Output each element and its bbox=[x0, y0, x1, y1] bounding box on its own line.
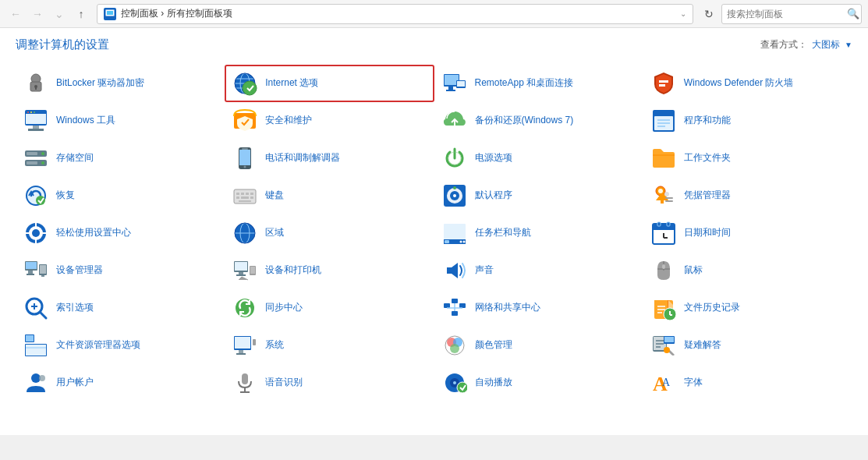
svg-rect-127 bbox=[26, 335, 34, 341]
search-input[interactable] bbox=[727, 9, 844, 19]
item-security-maint[interactable]: 安全和维护 bbox=[225, 102, 434, 140]
item-power-options[interactable]: 电源选项 bbox=[434, 140, 643, 177]
storage-spaces-label: 存储空间 bbox=[56, 152, 94, 165]
item-sync-center[interactable]: 同步中心 bbox=[225, 289, 434, 327]
security-maint-label: 安全和维护 bbox=[265, 115, 312, 127]
item-bitlocker[interactable]: BitLocker 驱动器加密 bbox=[16, 65, 225, 102]
svg-rect-44 bbox=[239, 150, 250, 165]
item-user-accounts[interactable]: 用户帐户 bbox=[16, 364, 225, 402]
item-storage-spaces[interactable]: 存储空间 bbox=[16, 140, 225, 177]
search-bar[interactable]: 🔍 bbox=[721, 4, 862, 24]
svg-rect-56 bbox=[241, 196, 249, 199]
item-credentials[interactable]: 凭据管理器 bbox=[643, 177, 852, 214]
svg-rect-150 bbox=[242, 373, 248, 384]
svg-rect-53 bbox=[246, 193, 249, 195]
svg-point-71 bbox=[32, 229, 40, 237]
phone-modem-icon bbox=[232, 146, 257, 171]
item-file-explorer-opts[interactable]: 文件资源管理器选项 bbox=[16, 327, 225, 364]
svg-rect-88 bbox=[667, 222, 670, 226]
svg-rect-92 bbox=[26, 262, 37, 269]
bitlocker-icon bbox=[23, 71, 48, 96]
item-recovery[interactable]: 恢复 bbox=[16, 177, 225, 214]
svg-rect-94 bbox=[27, 274, 34, 275]
svg-point-25 bbox=[30, 111, 32, 113]
storage-spaces-icon bbox=[23, 146, 48, 171]
item-phone-modem[interactable]: 电话和调制解调器 bbox=[225, 140, 434, 177]
svg-rect-27 bbox=[33, 126, 39, 129]
svg-point-156 bbox=[457, 382, 467, 393]
item-troubleshoot[interactable]: 疑难解答 bbox=[643, 327, 852, 364]
item-datetime[interactable]: 日期和时间 bbox=[643, 214, 852, 252]
backup-restore-label: 备份和还原(Windows 7) bbox=[475, 115, 574, 127]
view-value[interactable]: 大图标 bbox=[812, 38, 840, 51]
svg-rect-19 bbox=[659, 80, 668, 83]
view-control[interactable]: 查看方式： 大图标 ▼ bbox=[760, 38, 852, 51]
color-mgmt-icon bbox=[442, 333, 467, 358]
item-mouse[interactable]: 鼠标 bbox=[643, 252, 852, 289]
up-button[interactable]: ↑ bbox=[72, 5, 90, 23]
bitlocker-label: BitLocker 驱动器加密 bbox=[56, 77, 144, 90]
view-label: 查看方式： bbox=[760, 38, 807, 51]
svg-rect-129 bbox=[26, 345, 46, 356]
ease-access-label: 轻松使用设置中心 bbox=[56, 227, 131, 239]
item-sound[interactable]: 声音 bbox=[434, 252, 643, 289]
user-accounts-icon bbox=[23, 370, 48, 395]
forward-button[interactable]: → bbox=[28, 5, 47, 23]
devices-printers-icon bbox=[232, 258, 257, 283]
svg-rect-18 bbox=[457, 81, 465, 87]
item-region[interactable]: 区域 bbox=[225, 214, 434, 252]
svg-point-149 bbox=[39, 375, 45, 381]
programs-features-label: 程序和功能 bbox=[684, 115, 731, 127]
svg-point-147 bbox=[664, 347, 670, 353]
svg-rect-28 bbox=[28, 129, 44, 131]
svg-rect-15 bbox=[448, 87, 453, 90]
power-options-icon bbox=[442, 146, 467, 171]
item-internet-options[interactable]: Internet 选项 bbox=[225, 65, 434, 102]
indexing-icon bbox=[23, 295, 48, 320]
item-system[interactable]: 系统 bbox=[225, 327, 434, 364]
svg-rect-67 bbox=[665, 200, 673, 202]
item-backup-restore[interactable]: 备份和还原(Windows 7) bbox=[434, 102, 643, 140]
item-devices-printers[interactable]: 设备和打印机 bbox=[225, 252, 434, 289]
item-windows-tools[interactable]: Windows 工具 bbox=[16, 102, 225, 140]
svg-text:A: A bbox=[662, 377, 671, 388]
item-keyboard[interactable]: 键盘 bbox=[225, 177, 434, 214]
ease-access-icon bbox=[23, 221, 48, 246]
item-ease-access[interactable]: 轻松使用设置中心 bbox=[16, 214, 225, 252]
item-work-folders[interactable]: 工作文件夹 bbox=[643, 140, 852, 177]
down-button[interactable]: ⌄ bbox=[50, 5, 69, 23]
taskbar-nav-icon bbox=[442, 221, 467, 246]
svg-rect-55 bbox=[236, 196, 239, 199]
default-programs-label: 默认程序 bbox=[475, 189, 512, 202]
mouse-icon bbox=[651, 258, 676, 283]
item-device-manager[interactable]: 设备管理器 bbox=[16, 252, 225, 289]
content-area: 调整计算机的设置 查看方式： 大图标 ▼ BitLocker 驱动器加密 Int… bbox=[0, 28, 868, 435]
item-network-sharing[interactable]: 网络和共享中心 bbox=[434, 289, 643, 327]
back-button[interactable]: ← bbox=[6, 5, 25, 23]
item-autoplay[interactable]: 自动播放 bbox=[434, 364, 643, 402]
system-icon bbox=[232, 333, 257, 358]
address-icon bbox=[104, 8, 116, 20]
programs-features-icon bbox=[651, 108, 676, 133]
refresh-button[interactable]: ↻ bbox=[700, 5, 718, 23]
svg-rect-86 bbox=[653, 224, 675, 230]
svg-rect-46 bbox=[242, 148, 248, 150]
internet-options-icon bbox=[232, 71, 257, 96]
svg-rect-134 bbox=[236, 353, 246, 355]
item-default-programs[interactable]: 默认程序 bbox=[434, 177, 643, 214]
item-fonts[interactable]: A A 字体 bbox=[643, 364, 852, 402]
address-bar[interactable]: 控制面板 › 所有控制面板项 ⌄ bbox=[97, 4, 693, 24]
item-color-mgmt[interactable]: 颜色管理 bbox=[434, 327, 643, 364]
item-file-history[interactable]: 文件历史记录 bbox=[643, 289, 852, 327]
item-programs-features[interactable]: 程序和功能 bbox=[643, 102, 852, 140]
svg-rect-82 bbox=[445, 240, 449, 243]
item-indexing[interactable]: 索引选项 bbox=[16, 289, 225, 327]
item-windows-defender[interactable]: Windows Defender 防火墙 bbox=[643, 65, 852, 102]
sound-icon bbox=[442, 258, 467, 283]
item-remoteapp[interactable]: RemoteApp 和桌面连接 bbox=[434, 65, 643, 102]
svg-rect-52 bbox=[241, 193, 244, 195]
user-accounts-label: 用户帐户 bbox=[56, 377, 94, 389]
item-speech[interactable]: 语音识别 bbox=[225, 364, 434, 402]
item-taskbar-nav[interactable]: 任务栏和导航 bbox=[434, 214, 643, 252]
svg-rect-114 bbox=[459, 303, 466, 308]
